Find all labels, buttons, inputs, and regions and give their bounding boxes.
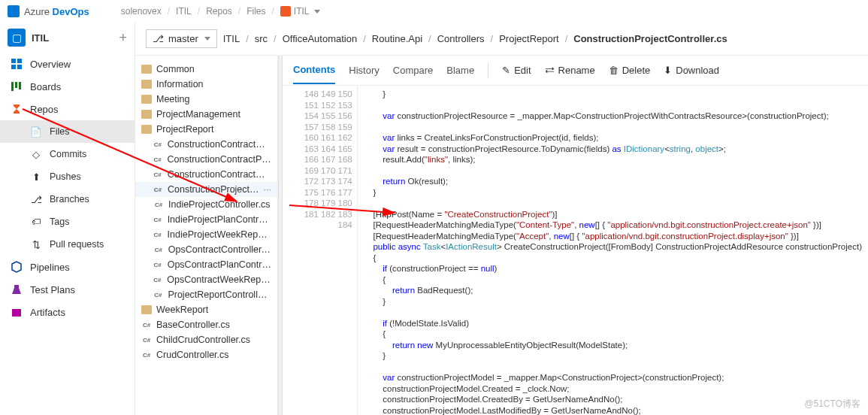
cs-file-icon — [153, 139, 163, 150]
tree-file[interactable]: CrudController.cs — [135, 347, 277, 362]
overview-icon — [11, 58, 23, 70]
folder-icon — [141, 95, 152, 104]
cs-file-icon — [153, 214, 163, 225]
crumb[interactable]: solenovex — [121, 6, 162, 17]
tree-file[interactable]: ConstructionProjectCo... ··· — [135, 182, 277, 197]
azure-logo-icon — [8, 5, 20, 17]
tree-folder[interactable]: Meeting — [135, 92, 277, 107]
tree-folder[interactable]: WeekReport — [135, 302, 277, 317]
branches-icon: ⎇ — [30, 193, 42, 205]
download-icon: ⬇ — [664, 65, 672, 76]
path-part[interactable]: OfficeAutomation — [283, 33, 357, 44]
rename-button[interactable]: ⮂Rename — [545, 65, 595, 76]
cs-file-icon — [141, 335, 152, 345]
cs-file-icon — [153, 169, 163, 180]
branch-selector[interactable]: ⎇ master — [146, 29, 217, 48]
path-breadcrumb: ⎇ master ITIL/ src/ OfficeAutomation/ Ro… — [135, 23, 868, 56]
svg-rect-7 — [12, 309, 21, 317]
project-selector[interactable]: ITIL — [280, 6, 320, 17]
sidebar-item-overview[interactable]: Overview — [0, 53, 135, 75]
repos-icon — [11, 103, 23, 115]
crumb[interactable]: Files — [246, 6, 265, 17]
tree-file[interactable]: IndieProjectController.cs — [135, 197, 277, 212]
sidebar-item-pushes[interactable]: ⬆Pushes — [0, 165, 135, 188]
brand[interactable]: Azure DevOps — [24, 6, 89, 17]
chevron-down-icon — [204, 37, 210, 41]
sidebar-item-artifacts[interactable]: Artifacts — [0, 301, 135, 323]
sidebar-item-boards[interactable]: Boards — [0, 75, 135, 98]
file-tree[interactable]: CommonInformationMeetingProjectManagemen… — [135, 56, 278, 415]
cs-file-icon — [153, 229, 163, 240]
tree-file[interactable]: ChildCrudController.cs — [135, 332, 277, 347]
path-part[interactable]: ProjectReport — [499, 33, 558, 44]
svg-rect-1 — [17, 59, 22, 63]
tab-compare[interactable]: Compare — [393, 57, 433, 83]
tree-folder[interactable]: Information — [135, 77, 277, 92]
cs-file-icon — [153, 244, 164, 255]
cs-file-icon — [153, 259, 163, 270]
crumb[interactable]: Repos — [206, 6, 232, 17]
download-button[interactable]: ⬇Download — [664, 65, 719, 76]
cs-file-icon — [153, 289, 163, 300]
cs-file-icon — [152, 274, 162, 285]
sidebar-item-branches[interactable]: ⎇Branches — [0, 188, 135, 211]
path-part[interactable]: Controllers — [437, 33, 485, 44]
tree-folder[interactable]: ProjectManagement — [135, 107, 277, 122]
path-part[interactable]: src — [255, 33, 268, 44]
sidebar-item-commits[interactable]: ◇Commits — [0, 143, 135, 165]
pipelines-icon — [11, 261, 23, 273]
sidebar-item-files[interactable]: 📄Files — [0, 120, 135, 143]
line-gutter: 148 149 150 151 152 153 154 155 156 157 … — [283, 86, 358, 415]
folder-icon — [141, 305, 152, 314]
code-editor[interactable]: 148 149 150 151 152 153 154 155 156 157 … — [283, 86, 868, 415]
tree-folder[interactable]: Common — [135, 62, 277, 77]
tree-file[interactable]: ConstructionContractPlanC... — [135, 152, 277, 167]
sidebar-item-testplans[interactable]: Test Plans — [0, 278, 135, 301]
delete-button[interactable]: 🗑Delete — [609, 65, 651, 76]
edit-icon: ✎ — [502, 65, 510, 76]
tree-file[interactable]: OpsContractController.cs — [135, 242, 277, 257]
sidebar-item-pullrequests[interactable]: ⇅Pull requests — [0, 233, 135, 256]
project-icon: ▢ — [8, 29, 26, 47]
svg-rect-2 — [11, 65, 16, 69]
tree-file[interactable]: BaseController.cs — [135, 317, 277, 332]
crumb[interactable]: ITIL — [176, 6, 192, 17]
tree-file[interactable]: ConstructionContractWeek... — [135, 167, 277, 182]
add-icon[interactable]: + — [119, 30, 127, 46]
cs-file-icon — [141, 350, 152, 360]
sidebar-item-pipelines[interactable]: Pipelines — [0, 256, 135, 278]
tab-blame[interactable]: Blame — [446, 57, 474, 83]
sidebar-item-tags[interactable]: 🏷Tags — [0, 211, 135, 233]
folder-open-icon — [141, 125, 152, 134]
svg-rect-4 — [11, 82, 14, 91]
cs-file-icon — [153, 199, 164, 210]
tree-folder[interactable]: ProjectReport — [135, 122, 277, 137]
artifacts-icon — [11, 306, 23, 318]
pushes-icon: ⬆ — [30, 171, 42, 183]
boards-icon — [11, 80, 23, 92]
path-part[interactable]: ITIL — [223, 33, 240, 44]
cs-file-icon — [153, 154, 163, 165]
svg-rect-0 — [11, 59, 16, 63]
path-part[interactable]: Routine.Api — [372, 33, 422, 44]
tree-file[interactable]: OpsContractPlanController... — [135, 257, 277, 272]
tree-file[interactable]: OpsContractWeekReportCo... — [135, 272, 277, 287]
watermark: @51CTO博客 — [804, 398, 860, 410]
folder-icon — [141, 110, 152, 119]
cs-file-icon — [141, 320, 152, 330]
tree-file[interactable]: ProjectReportController.cs — [135, 287, 277, 302]
edit-button[interactable]: ✎Edit — [502, 65, 531, 76]
test-icon — [11, 283, 23, 295]
tab-history[interactable]: History — [349, 57, 379, 83]
sidebar-item-repos[interactable]: Repos — [0, 98, 135, 120]
left-sidebar: ▢ ITIL + Overview Boards Repos 📄Files ◇C… — [0, 23, 135, 415]
files-icon: 📄 — [30, 126, 42, 138]
tree-file[interactable]: IndieProjectPlanController.cs — [135, 212, 277, 227]
tree-file[interactable]: ConstructionContractContr... — [135, 137, 277, 152]
project-title[interactable]: ITIL — [32, 32, 113, 44]
tags-icon: 🏷 — [30, 216, 42, 228]
top-breadcrumb: Azure DevOps solenovex/ ITIL/ Repos/ Fil… — [0, 0, 868, 23]
tree-file[interactable]: IndieProjectWeekReportCo... — [135, 227, 277, 242]
tab-contents[interactable]: Contents — [293, 56, 335, 84]
rename-icon: ⮂ — [545, 65, 555, 76]
